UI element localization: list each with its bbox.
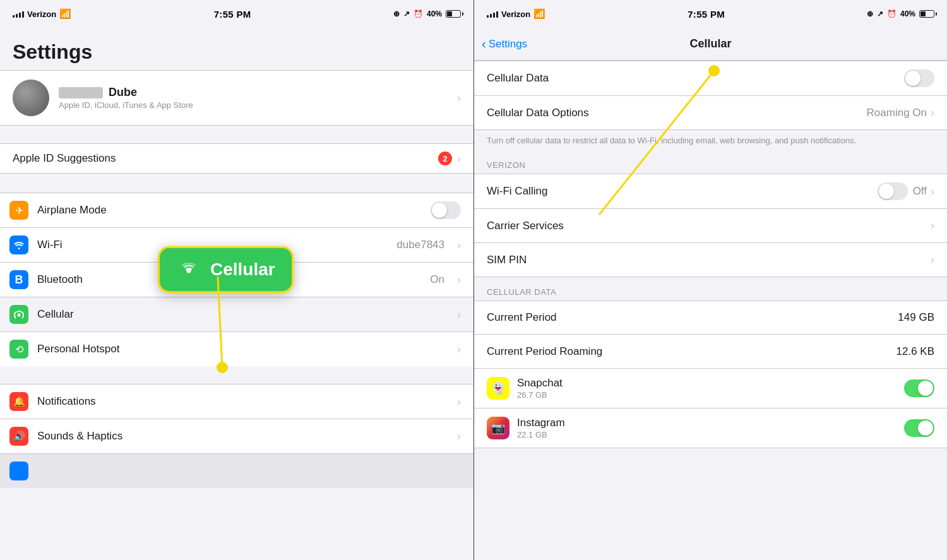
alarm-icon-r: ⏰ [887, 9, 896, 18]
row-sim-pin[interactable]: SIM PIN › [474, 243, 947, 277]
wifi-value: dube7843 [396, 239, 444, 251]
row-instagram[interactable]: 📷 Instagram 22.1 GB [474, 408, 947, 448]
cellular-data-options-label: Cellular Data Options [487, 107, 867, 119]
cellular-icon [9, 305, 28, 324]
row-hotspot[interactable]: ⟲ Personal Hotspot › [0, 332, 474, 366]
row-cellular-data-options[interactable]: Cellular Data Options Roaming On › [474, 96, 947, 130]
avatar [13, 80, 49, 116]
row-sounds[interactable]: 🔊 Sounds & Haptics › [0, 419, 474, 454]
sounds-icon: 🔊 [9, 427, 28, 446]
notifications-label: Notifications [37, 395, 448, 408]
chevron-data-options: › [931, 106, 934, 119]
carrier-left: Verizon 📶 [13, 8, 71, 20]
wifi-calling-label: Wi-Fi Calling [487, 185, 878, 198]
nav-bar-right: ‹ Settings Cellular [474, 28, 947, 61]
chevron-notifications: › [457, 395, 461, 408]
chevron-carrier: › [931, 219, 934, 232]
row-partial[interactable] [0, 454, 474, 488]
battery-right [919, 10, 934, 18]
chevron-wifi-calling: › [931, 185, 934, 198]
percent-right: 40% [900, 9, 915, 18]
badge-suggestions: 2 [438, 152, 452, 165]
carrier-services-label: Carrier Services [487, 220, 931, 232]
right-icons-right: ⊕ ↗ ⏰ 40% [867, 9, 934, 18]
profile-row[interactable]: Dube Apple ID, iCloud, iTunes & App Stor… [0, 70, 474, 126]
chevron-sim: › [931, 253, 934, 266]
cellular-label: Cellular [37, 308, 448, 321]
instagram-name: Instagram [517, 417, 904, 429]
arrow-icon: ↗ [403, 9, 410, 18]
carrier-name-left: Verizon [27, 9, 56, 19]
wifi-icon-right: 📶 [533, 8, 545, 20]
row-carrier-services[interactable]: Carrier Services › [474, 209, 947, 243]
signal-icon [13, 10, 24, 18]
partial-icon [9, 462, 28, 480]
row-cellular[interactable]: Cellular › [0, 297, 474, 332]
current-period-roaming-label: Current Period Roaming [487, 345, 896, 358]
cellular-data-toggle[interactable] [904, 69, 934, 87]
signal-icon-right [487, 10, 498, 18]
profile-sub: Apple ID, iCloud, iTunes & App Store [59, 100, 448, 110]
location-icon: ⊕ [393, 9, 400, 18]
cellular-popup-text: Cellular [210, 259, 275, 280]
chevron-icon-profile: › [457, 92, 461, 105]
chevron-hotspot: › [457, 343, 461, 356]
wifi-icon-left: 📶 [59, 8, 71, 20]
row-current-period-roaming: Current Period Roaming 12.6 KB [474, 335, 947, 369]
current-period-value: 149 GB [898, 311, 934, 324]
verizon-header: VERIZON [474, 154, 947, 174]
carrier-name-right: Verizon [501, 9, 530, 19]
carrier-right: Verizon 📶 [487, 8, 545, 20]
airplane-icon: ✈ [9, 201, 28, 220]
location-icon-r: ⊕ [867, 9, 873, 18]
airplane-toggle[interactable] [431, 201, 461, 219]
hotspot-label: Personal Hotspot [37, 343, 448, 355]
cellular-data-options-value: Roaming On [867, 107, 927, 119]
snapchat-toggle[interactable] [904, 379, 934, 397]
bluetooth-value: On [430, 273, 444, 286]
cellular-data-label: Cellular Data [487, 72, 904, 85]
cellular-popup-icon [176, 257, 201, 282]
wifi-calling-toggle[interactable] [878, 182, 908, 200]
current-period-roaming-value: 12.6 KB [896, 345, 935, 358]
snapchat-name: Snapchat [517, 377, 904, 390]
row-cellular-data[interactable]: Cellular Data [474, 61, 947, 96]
status-bar-right: Verizon 📶 7:55 PM ⊕ ↗ ⏰ 40% [474, 0, 947, 28]
arrow-icon-r: ↗ [877, 9, 883, 18]
right-phone: Verizon 📶 7:55 PM ⊕ ↗ ⏰ 40% ‹ Settings C… [474, 0, 947, 560]
snapchat-icon: 👻 [487, 377, 509, 400]
settings-group-lower: 🔔 Notifications › 🔊 Sounds & Haptics › [0, 384, 474, 488]
row-airplane[interactable]: ✈ Airplane Mode [0, 193, 474, 228]
notifications-icon: 🔔 [9, 392, 28, 411]
left-phone: Verizon 📶 7:55 PM ⊕ ↗ ⏰ 40% Settings Dub… [0, 0, 474, 560]
current-period-label: Current Period [487, 311, 898, 324]
suggestions-row[interactable]: Apple ID Suggestions 2 › [0, 143, 474, 174]
svg-point-0 [18, 314, 21, 317]
alarm-icon: ⏰ [414, 9, 423, 18]
instagram-size: 22.1 GB [517, 430, 904, 439]
sim-pin-label: SIM PIN [487, 254, 931, 266]
bluetooth-icon: B [9, 270, 28, 289]
instagram-toggle[interactable] [904, 419, 934, 437]
snapchat-size: 26.7 GB [517, 390, 904, 400]
row-notifications[interactable]: 🔔 Notifications › [0, 384, 474, 419]
suggestions-label: Apple ID Suggestions [13, 152, 438, 165]
nav-back-button[interactable]: ‹ Settings [482, 37, 527, 51]
row-wifi-calling[interactable]: Wi-Fi Calling Off › [474, 174, 947, 209]
cellular-data-header: CELLULAR DATA [474, 281, 947, 301]
battery-left [446, 10, 461, 18]
right-icons-left: ⊕ ↗ ⏰ 40% [393, 9, 461, 18]
back-label: Settings [489, 38, 527, 51]
nav-title: Cellular [689, 37, 731, 51]
instagram-icon: 📷 [487, 417, 509, 439]
chevron-icon-suggestions: › [457, 152, 461, 165]
row-snapchat[interactable]: 👻 Snapchat 26.7 GB [474, 369, 947, 408]
row-current-period: Current Period 149 GB [474, 301, 947, 335]
chevron-sounds: › [457, 430, 461, 443]
chevron-wifi: › [457, 239, 461, 252]
wifi-row-icon [9, 235, 28, 254]
profile-name: Dube [59, 86, 448, 99]
chevron-bluetooth: › [457, 273, 461, 287]
airplane-label: Airplane Mode [37, 204, 422, 217]
percent-left: 40% [427, 9, 442, 18]
